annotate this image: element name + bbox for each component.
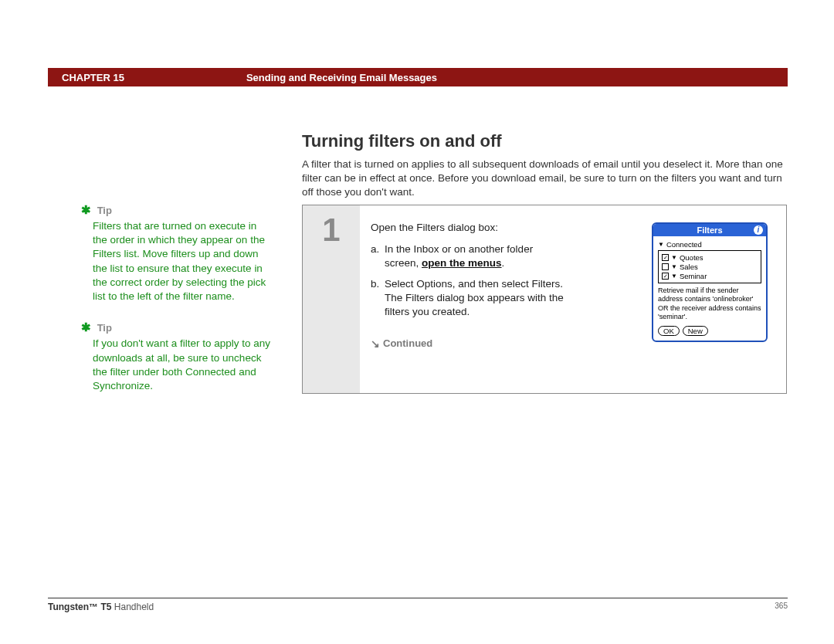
page-footer: Tungsten™ T5 Handheld 365	[48, 598, 788, 612]
filters-dialog: Filters i ▼ Connected ✓ ▼ Quotes ▼	[652, 222, 768, 342]
filter-checkbox[interactable]: ✓	[662, 273, 669, 280]
connection-mode-label: Connected	[666, 240, 702, 249]
step-item-label: a.	[371, 242, 385, 270]
dialog-button-row: OK New	[658, 326, 761, 336]
tip-block: ✱ Tip If you don't want a filter to appl…	[93, 320, 272, 393]
tip-body: If you don't want a filter to apply to a…	[93, 337, 272, 393]
ok-button[interactable]: OK	[658, 326, 680, 336]
new-button[interactable]: New	[683, 326, 708, 336]
step-instructions: Open the Filters dialog box: a. In the I…	[371, 221, 564, 351]
intro-paragraph: A filter that is turned on applies to al…	[302, 158, 787, 198]
tip-label: Tip	[97, 205, 112, 216]
product-name-bold: Tungsten™ T5	[48, 602, 111, 612]
filters-dialog-body: ▼ Connected ✓ ▼ Quotes ▼ Sales ✓	[653, 236, 766, 341]
step-lead: Open the Filters dialog box:	[371, 221, 564, 235]
section-heading: Turning filters on and off	[302, 131, 787, 151]
step-item-text-post: .	[502, 257, 505, 269]
tips-sidebar: ✱ Tip Filters that are turned on execute…	[93, 203, 272, 410]
continue-arrow-icon: ↘	[371, 337, 380, 351]
page: CHAPTER 15 Sending and Receiving Email M…	[0, 0, 834, 644]
dropdown-arrow-icon: ▼	[671, 273, 677, 280]
product-name-rest: Handheld	[111, 602, 154, 612]
dropdown-arrow-icon: ▼	[671, 255, 677, 261]
step-item-label: b.	[371, 277, 385, 320]
filter-checkbox[interactable]: ✓	[662, 254, 669, 261]
step-box: 1 Open the Filters dialog box: a. In the…	[302, 205, 787, 394]
filter-checkbox[interactable]	[662, 263, 669, 270]
info-icon[interactable]: i	[754, 225, 763, 235]
main-content: Turning filters on and off A filter that…	[302, 131, 787, 198]
filters-dialog-title-text: Filters	[697, 225, 722, 235]
filters-list: ✓ ▼ Quotes ▼ Sales ✓ ▼ Seminar	[658, 250, 761, 283]
chapter-header-bar: CHAPTER 15 Sending and Receiving Email M…	[48, 68, 788, 86]
filters-dialog-title: Filters i	[653, 224, 766, 236]
tip-body: Filters that are turned on execute in th…	[93, 219, 272, 303]
tip-label: Tip	[97, 322, 112, 334]
filter-description: Retrieve mail if the sender address cont…	[658, 286, 761, 321]
asterisk-icon: ✱	[77, 320, 91, 334]
filter-row-quotes[interactable]: ✓ ▼ Quotes	[662, 253, 758, 262]
open-menus-link[interactable]: open the menus	[422, 257, 502, 269]
filter-row-seminar[interactable]: ✓ ▼ Seminar	[662, 272, 758, 280]
dropdown-arrow-icon: ▼	[658, 242, 664, 248]
step-number-column: 1	[303, 205, 360, 393]
step-item-b: b. Select Options, and then select Filte…	[371, 277, 564, 320]
chapter-label: CHAPTER 15	[62, 72, 124, 83]
tip-block: ✱ Tip Filters that are turned on execute…	[93, 203, 272, 303]
asterisk-icon: ✱	[77, 203, 91, 217]
dropdown-arrow-icon: ▼	[671, 264, 677, 270]
page-number: 365	[775, 602, 788, 612]
filter-name: Seminar	[680, 272, 707, 280]
filter-name: Sales	[680, 263, 698, 271]
filter-name: Quotes	[680, 253, 703, 262]
step-number: 1	[322, 212, 340, 249]
step-item-a: a. In the Inbox or on another folder scr…	[371, 242, 564, 270]
tip-heading: ✱ Tip	[93, 320, 272, 334]
step-item-text: Select Options, and then select Filters.…	[385, 277, 564, 320]
step-list: a. In the Inbox or on another folder scr…	[371, 242, 564, 319]
continued-label: ↘Continued	[371, 336, 564, 351]
connection-mode-dropdown[interactable]: ▼ Connected	[658, 240, 761, 249]
tip-heading: ✱ Tip	[93, 203, 272, 217]
step-item-text: In the Inbox or on another folder screen…	[385, 242, 564, 270]
continued-text: Continued	[383, 337, 432, 349]
chapter-title: Sending and Receiving Email Messages	[246, 72, 437, 83]
filter-row-sales[interactable]: ▼ Sales	[662, 263, 758, 271]
product-name: Tungsten™ T5 Handheld	[48, 602, 154, 612]
